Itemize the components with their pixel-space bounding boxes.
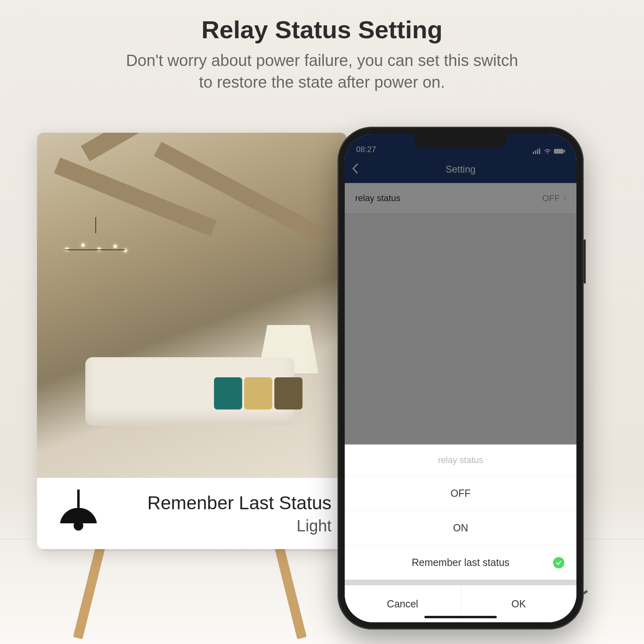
- phone-screen: 08:27 Setting relay status OFF ›: [345, 134, 576, 622]
- sofa-decor: [85, 357, 294, 426]
- phone-mockup: 08:27 Setting relay status OFF ›: [337, 127, 584, 630]
- sheet-option-on[interactable]: ON: [345, 510, 576, 545]
- pendant-lamp-icon: [52, 488, 105, 540]
- room-photo: [37, 133, 347, 478]
- marketing-header: Relay Status Setting Don't worry about p…: [0, 0, 644, 93]
- sheet-option-off[interactable]: OFF: [345, 476, 576, 510]
- feature-card: Remenber Last Status Light: [37, 133, 347, 549]
- sheet-option-remember[interactable]: Remember last status: [345, 545, 576, 580]
- phone-notch: [414, 134, 507, 148]
- home-indicator[interactable]: [424, 616, 497, 618]
- option-label: ON: [453, 522, 468, 534]
- page-subtitle: Don't worry about power failure, you can…: [0, 49, 644, 93]
- relay-status-sheet: relay status OFF ON Remember last status…: [345, 444, 576, 622]
- svg-point-1: [74, 521, 83, 531]
- card-footer: Remenber Last Status Light: [37, 478, 347, 549]
- option-label: Remember last status: [412, 557, 509, 568]
- sheet-separator: [345, 580, 576, 585]
- chandelier-decor: [61, 233, 130, 282]
- option-label: OFF: [451, 488, 471, 499]
- page-title: Relay Status Setting: [0, 15, 644, 44]
- card-title: Remenber Last Status: [118, 492, 331, 514]
- sheet-title: relay status: [345, 444, 576, 476]
- checkmark-icon: [553, 557, 564, 568]
- card-subtitle: Light: [118, 517, 331, 535]
